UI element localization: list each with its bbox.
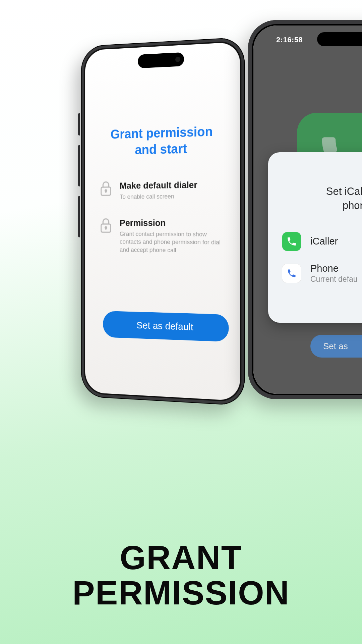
dialog-option-icaller[interactable]: iCaller: [282, 226, 362, 257]
permission-title: Make default dialer: [120, 180, 197, 191]
screen-heading: Grant permission and start: [100, 123, 224, 159]
phone-left-frame: Grant permission and start Make default …: [81, 37, 245, 406]
dialog-title-line1: Set iCaller as: [326, 185, 362, 197]
lock-icon: [100, 181, 112, 196]
permission-title: Permission: [120, 218, 224, 228]
promo-line2: PERMISSION: [72, 574, 290, 611]
set-as-default-button-dimmed[interactable]: Set as: [310, 335, 362, 358]
permission-subtitle: To enable call screen: [120, 192, 197, 201]
phone-right-frame: 2:16:58 if it's your def Set as Set iCal…: [248, 20, 362, 399]
content-area: Grant permission and start Make default …: [100, 123, 224, 272]
dialog-title: Set iCaller as phone: [282, 184, 362, 213]
option-name: iCaller: [310, 236, 338, 247]
option-subtitle: Current defau: [310, 275, 358, 284]
dialog-title-line2: phone: [343, 200, 362, 211]
permission-list: Make default dialer To enable call scree…: [100, 179, 224, 255]
permission-subtitle: Grant contact permission to show contact…: [120, 230, 224, 255]
permission-item-contacts: Permission Grant contact permission to s…: [100, 218, 224, 255]
default-app-dialog: Set iCaller as phone iCaller: [268, 152, 362, 323]
dynamic-island: [317, 32, 362, 46]
dialog-actions: Can: [282, 303, 362, 314]
phone-icon: [282, 232, 301, 251]
promo-title: GRANT PERMISSION: [0, 540, 362, 610]
status-bar-time: 2:16:58: [276, 36, 303, 44]
phone-icon: [282, 264, 301, 283]
dialog-option-phone[interactable]: Phone Current defau: [282, 257, 362, 290]
phone-left-screen: Grant permission and start Make default …: [85, 42, 240, 401]
phone-right-screen: 2:16:58 if it's your def Set as Set iCal…: [253, 25, 362, 394]
dynamic-island: [138, 52, 184, 68]
permission-item-dialer: Make default dialer To enable call scree…: [100, 179, 224, 201]
set-as-default-button[interactable]: Set as default: [103, 311, 229, 342]
option-name: Phone: [310, 263, 358, 274]
lock-icon: [100, 218, 112, 233]
promo-line1: GRANT: [120, 539, 242, 576]
